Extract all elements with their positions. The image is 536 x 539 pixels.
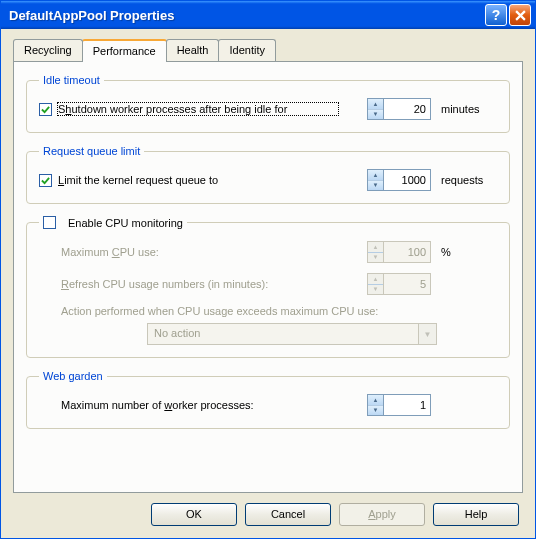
unit-max-cpu: % bbox=[441, 246, 497, 258]
unit-idle: minutes bbox=[441, 103, 497, 115]
group-web-garden: Web garden Maximum number of worker proc… bbox=[26, 370, 510, 429]
arrow-down-icon[interactable]: ▼ bbox=[368, 181, 383, 191]
input-idle-timeout[interactable] bbox=[383, 98, 431, 120]
input-max-cpu bbox=[383, 241, 431, 263]
chevron-down-icon: ▼ bbox=[418, 324, 436, 344]
spinner-arrows[interactable]: ▲▼ bbox=[367, 169, 383, 191]
arrow-down-icon: ▼ bbox=[368, 285, 383, 295]
arrow-up-icon[interactable]: ▲ bbox=[368, 170, 383, 181]
help-button[interactable]: ? bbox=[485, 4, 507, 26]
arrow-down-icon: ▼ bbox=[368, 253, 383, 263]
spinner-worker-processes[interactable]: ▲▼ bbox=[367, 394, 431, 416]
content-area: Recycling Performance Health Identity Id… bbox=[1, 29, 535, 538]
label-cpu-action: Action performed when CPU usage exceeds … bbox=[61, 305, 378, 317]
label-max-cpu: Maximum CPU use: bbox=[61, 246, 159, 258]
group-idle-timeout-legend: Idle timeout bbox=[39, 74, 104, 86]
tab-strip: Recycling Performance Health Identity bbox=[13, 39, 523, 61]
arrow-up-icon: ▲ bbox=[368, 274, 383, 285]
button-bar: OK Cancel Apply Help bbox=[13, 493, 523, 526]
cancel-button[interactable]: Cancel bbox=[245, 503, 331, 526]
tab-recycling[interactable]: Recycling bbox=[13, 39, 83, 61]
unit-queue: requests bbox=[441, 174, 497, 186]
tab-identity[interactable]: Identity bbox=[218, 39, 275, 61]
input-refresh-cpu bbox=[383, 273, 431, 295]
tab-panel-performance: Idle timeout Shutdown worker processes a… bbox=[13, 61, 523, 493]
close-button[interactable] bbox=[509, 4, 531, 26]
group-request-queue: Request queue limit Limit the kernel req… bbox=[26, 145, 510, 204]
titlebar: DefaultAppPool Properties ? bbox=[1, 1, 535, 29]
label-worker-processes: Maximum number of worker processes: bbox=[61, 399, 254, 411]
tab-performance[interactable]: Performance bbox=[82, 39, 167, 62]
spinner-max-cpu: ▲▼ bbox=[367, 241, 431, 263]
spinner-arrows: ▲▼ bbox=[367, 241, 383, 263]
spinner-arrows: ▲▼ bbox=[367, 273, 383, 295]
label-enable-cpu: Enable CPU monitoring bbox=[68, 217, 183, 229]
label-idle-shutdown: Shutdown worker processes after being id… bbox=[58, 103, 338, 115]
group-cpu-legend: Enable CPU monitoring bbox=[39, 216, 187, 229]
arrow-up-icon[interactable]: ▲ bbox=[368, 99, 383, 110]
help-button[interactable]: Help bbox=[433, 503, 519, 526]
checkbox-enable-cpu[interactable] bbox=[43, 216, 56, 229]
ok-button[interactable]: OK bbox=[151, 503, 237, 526]
group-web-garden-legend: Web garden bbox=[39, 370, 107, 382]
spinner-refresh-cpu: ▲▼ bbox=[367, 273, 431, 295]
group-cpu-monitoring: Enable CPU monitoring Maximum CPU use: ▲… bbox=[26, 216, 510, 358]
arrow-up-icon[interactable]: ▲ bbox=[368, 395, 383, 406]
group-idle-timeout: Idle timeout Shutdown worker processes a… bbox=[26, 74, 510, 133]
apply-button: Apply bbox=[339, 503, 425, 526]
tab-health[interactable]: Health bbox=[166, 39, 220, 61]
dropdown-cpu-action-value: No action bbox=[148, 324, 418, 344]
window-title: DefaultAppPool Properties bbox=[9, 8, 483, 23]
dropdown-cpu-action: No action ▼ bbox=[147, 323, 437, 345]
label-refresh-cpu: Refresh CPU usage numbers (in minutes): bbox=[61, 278, 268, 290]
spinner-idle-timeout[interactable]: ▲▼ bbox=[367, 98, 431, 120]
arrow-down-icon[interactable]: ▼ bbox=[368, 110, 383, 120]
input-queue-limit[interactable] bbox=[383, 169, 431, 191]
spinner-queue-limit[interactable]: ▲▼ bbox=[367, 169, 431, 191]
close-icon bbox=[515, 10, 526, 21]
group-request-queue-legend: Request queue limit bbox=[39, 145, 144, 157]
spinner-arrows[interactable]: ▲▼ bbox=[367, 98, 383, 120]
arrow-up-icon: ▲ bbox=[368, 242, 383, 253]
input-worker-processes[interactable] bbox=[383, 394, 431, 416]
checkbox-queue-limit[interactable] bbox=[39, 174, 52, 187]
checkbox-idle-shutdown[interactable] bbox=[39, 103, 52, 116]
arrow-down-icon[interactable]: ▼ bbox=[368, 406, 383, 416]
label-queue-limit: Limit the kernel request queue to bbox=[58, 174, 218, 186]
spinner-arrows[interactable]: ▲▼ bbox=[367, 394, 383, 416]
dialog-window: DefaultAppPool Properties ? Recycling Pe… bbox=[0, 0, 536, 539]
